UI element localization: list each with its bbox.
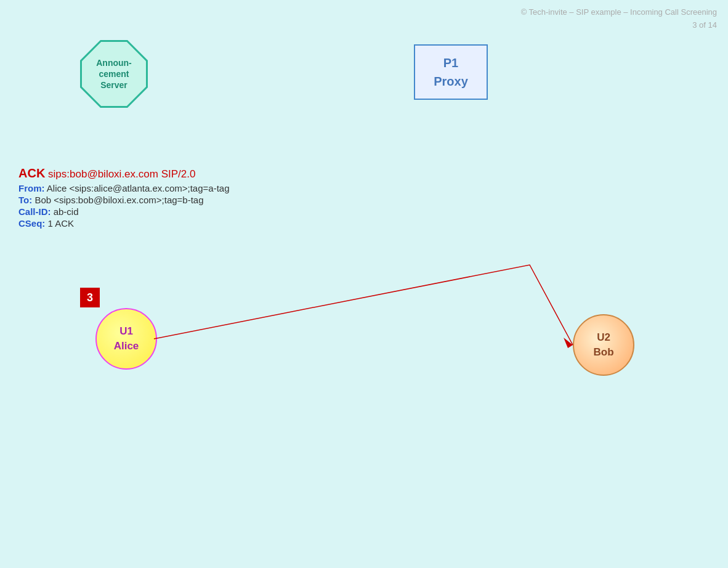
to-label: To:: [18, 195, 32, 205]
watermark-line2: 3 of 14: [521, 19, 717, 32]
cseq-label: CSeq:: [18, 218, 45, 229]
announcement-server: Announ-cementServer: [80, 40, 148, 108]
u1-label: U1 Alice: [114, 324, 139, 354]
ack-arrow-head: [564, 338, 573, 348]
p1-proxy-label: P1Proxy: [434, 54, 468, 91]
u1-alice-node: U1 Alice: [95, 308, 157, 370]
sip-message: ACK sips:bob@biloxi.ex.com SIP/2.0 From:…: [18, 166, 229, 230]
announcement-server-label: Announ-cementServer: [96, 57, 132, 91]
step-number: 3: [87, 291, 93, 304]
u1-line2: Alice: [114, 340, 139, 352]
from-value: Alice <sips:alice@atlanta.ex.com>;tag=a-…: [47, 183, 230, 193]
ack-keyword: ACK: [18, 166, 45, 180]
to-value: Bob <sips:bob@biloxi.ex.com>;tag=b-tag: [34, 195, 203, 205]
watermark: © Tech-invite – SIP example – Incoming C…: [521, 6, 717, 32]
u2-bob-node: U2 Bob: [573, 314, 634, 376]
u2-label: U2 Bob: [593, 330, 613, 360]
callid-label: Call-ID:: [18, 206, 51, 217]
watermark-line1: © Tech-invite – SIP example – Incoming C…: [521, 6, 717, 19]
u2-line1: U2: [597, 331, 610, 343]
p1-proxy-box: P1Proxy: [414, 44, 488, 100]
u2-line2: Bob: [593, 346, 613, 358]
step-badge: 3: [80, 288, 100, 307]
ack-arrow-line: [154, 265, 573, 345]
u1-line1: U1: [119, 325, 133, 337]
callid-value: ab-cid: [54, 206, 79, 217]
ack-uri: sips:bob@biloxi.ex.com SIP/2.0: [48, 168, 195, 180]
cseq-value: 1 ACK: [48, 218, 75, 229]
from-label: From:: [18, 183, 45, 193]
